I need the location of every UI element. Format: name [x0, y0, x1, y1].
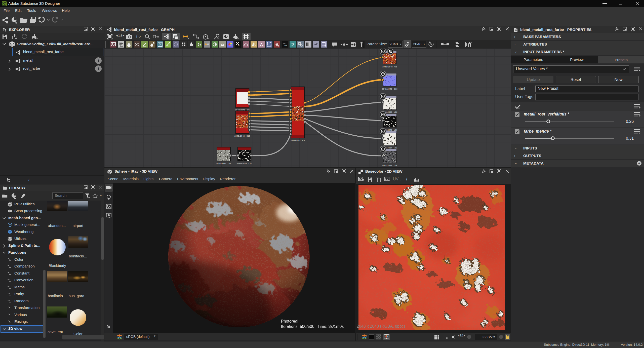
svg-text:2048x2048 - L16: 2048x2048 - L16: [237, 163, 252, 165]
svg-text:2048x2048 - C16: 2048x2048 - C16: [382, 88, 397, 90]
svg-text:2048x2048 - C8: 2048x2048 - C8: [382, 66, 397, 68]
svg-text:01: 01: [238, 45, 240, 47]
svg-text:A: A: [260, 42, 263, 47]
svg-text:2048x2048 - C16: 2048x2048 - C16: [234, 135, 250, 137]
svg-text:2048x2048 - L16: 2048x2048 - L16: [216, 163, 231, 165]
svg-text:01: 01: [285, 44, 287, 47]
svg-text:2048x2048 - C8: 2048x2048 - C8: [290, 139, 305, 142]
svg-text:2048x2048 - L16: 2048x2048 - L16: [382, 164, 397, 167]
